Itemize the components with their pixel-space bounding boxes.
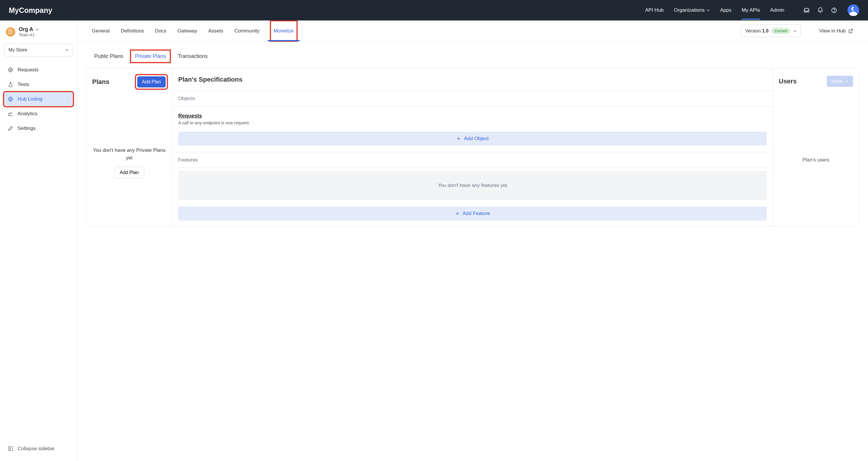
org-name: Org A — [19, 26, 33, 32]
sidebar-item-analytics[interactable]: Analytics — [4, 107, 73, 121]
requests-object-title[interactable]: Requests — [178, 113, 767, 119]
current-badge: Current — [771, 28, 790, 34]
tab-general[interactable]: General — [92, 21, 110, 41]
store-selector[interactable]: My Store — [4, 43, 73, 57]
plans-column: Plans Add Plan You don't have any Privat… — [86, 68, 173, 226]
add-feature-button[interactable]: Add Feature — [178, 206, 767, 221]
collapse-sidebar[interactable]: Collapse sidebar — [4, 442, 73, 455]
add-plan-highlight: Add Plan — [137, 76, 166, 88]
nav-my-apis-label: My APIs — [742, 7, 760, 13]
tab-monetize-label: Monetize — [274, 28, 294, 34]
user-avatar[interactable] — [847, 4, 859, 16]
users-column: Users Invite Plan's users — [773, 68, 859, 226]
help-icon[interactable] — [831, 7, 837, 13]
collapse-label: Collapse sidebar — [18, 446, 55, 452]
app-header: MyCompany API Hub Organizations Apps My … — [0, 0, 868, 21]
sidebar-item-requests[interactable]: Requests — [4, 63, 73, 77]
sidebar-item-label: Hub Listing — [18, 96, 42, 102]
sidebar-item-settings[interactable]: Settings — [4, 121, 73, 135]
collapse-icon — [8, 446, 13, 452]
add-plan-button-secondary[interactable]: Add Plan — [114, 167, 144, 178]
nav-api-hub[interactable]: API Hub — [645, 1, 664, 20]
store-name: My Store — [8, 47, 27, 53]
nav-organizations-label: Organizations — [674, 7, 705, 13]
subtab-transactions[interactable]: Transactions — [175, 50, 210, 62]
tab-community[interactable]: Community — [235, 21, 259, 41]
chevron-down-icon — [65, 48, 68, 52]
bell-icon[interactable] — [817, 7, 824, 13]
pencil-icon — [8, 126, 13, 131]
requests-object-desc: A call to any endpoint is one request. — [178, 120, 767, 125]
subtab-private-plans[interactable]: Private Plans — [131, 50, 170, 62]
logo: MyCompany — [9, 6, 52, 14]
chevron-down-icon — [845, 79, 848, 83]
chevron-down-icon — [793, 29, 797, 33]
sidebar-item-label: Analytics — [18, 111, 37, 117]
svg-point-5 — [853, 7, 856, 10]
nav-my-apis[interactable]: My APIs — [742, 1, 760, 20]
target-icon — [8, 67, 13, 73]
svg-point-8 — [10, 69, 11, 71]
svg-point-1 — [834, 11, 834, 12]
subtab-public-plans[interactable]: Public Plans — [92, 50, 126, 62]
flask-icon — [8, 81, 13, 88]
nav-admin-label: Admin — [770, 7, 784, 13]
inbox-icon[interactable] — [803, 7, 810, 13]
tab-assets[interactable]: Assets — [208, 21, 223, 41]
spec-title: Plan's Specifications — [173, 68, 773, 91]
view-in-hub-label: View in Hub — [819, 28, 846, 34]
tab-definitions[interactable]: Definitions — [121, 21, 144, 41]
nav-organizations[interactable]: Organizations — [674, 1, 710, 20]
users-empty-text: Plan's users — [779, 157, 853, 163]
empty-features-message: You don't have any features yet — [178, 171, 767, 200]
view-in-hub-link[interactable]: View in Hub — [819, 28, 854, 34]
add-feature-label: Add Feature — [463, 210, 490, 217]
invite-button[interactable]: Invite — [827, 76, 853, 87]
plus-icon — [456, 136, 461, 141]
org-icon — [6, 27, 15, 37]
users-title: Users — [779, 77, 797, 85]
add-object-label: Add Object — [464, 136, 489, 141]
chevron-down-icon — [707, 8, 710, 12]
plus-icon — [455, 211, 460, 216]
svg-rect-6 — [9, 30, 12, 34]
external-link-icon — [848, 28, 854, 34]
add-object-button[interactable]: Add Object — [178, 132, 767, 146]
empty-plans-message: You don't have any Private Plans yet Add… — [92, 146, 166, 178]
tab-docs[interactable]: Docs — [155, 21, 166, 41]
globe-icon — [8, 96, 13, 102]
sidebar-item-label: Requests — [18, 67, 39, 73]
version-selector[interactable]: Version 1.0 Current — [741, 25, 801, 37]
objects-section-label: Objects — [173, 91, 773, 106]
spec-column: Plan's Specifications Objects Requests A… — [173, 68, 773, 226]
tab-monetize[interactable]: Monetize — [271, 21, 297, 41]
features-section-label: Features — [173, 152, 773, 168]
nav-api-hub-label: API Hub — [645, 7, 664, 13]
sidebar-item-hub-listing[interactable]: Hub Listing — [4, 92, 73, 106]
sidebar: Org A Team A1 My Store Requests Tests Hu… — [0, 21, 77, 461]
invite-label: Invite — [831, 79, 842, 84]
nav-apps[interactable]: Apps — [720, 1, 732, 20]
sidebar-item-tests[interactable]: Tests — [4, 77, 73, 92]
add-plan-button[interactable]: Add Plan — [137, 76, 166, 88]
version-text: Version 1.0 — [745, 28, 769, 34]
svg-point-7 — [8, 68, 12, 72]
plans-panel: Plans Add Plan You don't have any Privat… — [86, 68, 859, 227]
nav-apps-label: Apps — [720, 7, 732, 13]
team-name: Team A1 — [19, 32, 39, 37]
chart-icon — [8, 111, 13, 117]
sidebar-item-label: Tests — [18, 81, 29, 88]
plans-title: Plans — [92, 78, 110, 86]
org-selector[interactable]: Org A — [19, 26, 39, 32]
chevron-down-icon — [35, 28, 39, 31]
monetize-subtabs: Public Plans Private Plans Transactions — [77, 41, 868, 68]
empty-plans-text: You don't have any Private Plans yet — [92, 146, 166, 161]
api-tabs: General Definitions Docs Gateway Assets … — [77, 21, 868, 41]
tab-gateway[interactable]: Gateway — [178, 21, 197, 41]
sidebar-item-label: Settings — [18, 126, 35, 131]
nav-admin[interactable]: Admin — [770, 1, 784, 20]
